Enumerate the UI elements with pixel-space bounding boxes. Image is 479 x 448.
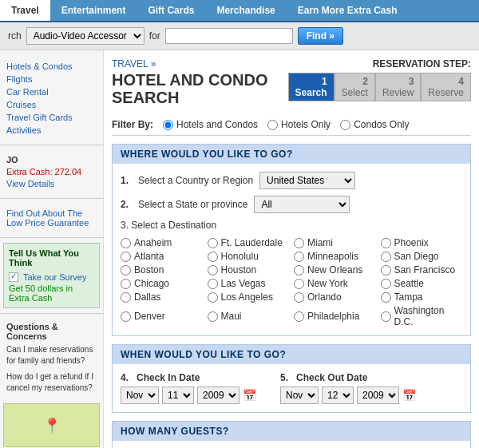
destination-radio[interactable] bbox=[121, 252, 131, 262]
checkout-calendar-icon[interactable]: 📅 bbox=[402, 389, 416, 402]
where-section: WHERE WOULD YOU LIKE TO GO? 1. Select a … bbox=[112, 144, 471, 336]
destination-name: Dallas bbox=[134, 291, 160, 303]
country-select[interactable]: United States bbox=[259, 172, 355, 189]
nav-travel[interactable]: Travel bbox=[0, 0, 50, 21]
survey-checkbox-icon bbox=[9, 272, 18, 282]
filter-bar: Filter By: Hotels and Condos Hotels Only… bbox=[112, 114, 471, 136]
destination-radio[interactable] bbox=[381, 238, 391, 248]
destination-name: San Diego bbox=[394, 251, 439, 262]
survey-link-row: Take our Survey bbox=[9, 271, 94, 283]
checkout-month-select[interactable]: Nov bbox=[280, 387, 319, 404]
nav-gift-cards[interactable]: Gift Cards bbox=[137, 0, 205, 21]
destination-radio[interactable] bbox=[208, 292, 218, 303]
step-1-label: Search bbox=[295, 87, 327, 98]
destination-name: New Orleans bbox=[307, 264, 362, 276]
guests-section: HOW MANY GUESTS? 6. Adults 2 Children bbox=[112, 421, 471, 448]
destination-radio[interactable] bbox=[208, 311, 218, 322]
destination-radio[interactable] bbox=[208, 265, 218, 276]
checkin-month-select[interactable]: Nov bbox=[121, 387, 159, 404]
destination-radio[interactable] bbox=[121, 238, 131, 248]
sidebar-item-activities[interactable]: Activities bbox=[6, 124, 97, 137]
destination-name: Honolulu bbox=[221, 251, 259, 262]
price-guarantee-link[interactable]: Find Out About The Low Price Guarantee bbox=[6, 207, 97, 229]
sidebar-item-cruises[interactable]: Cruises bbox=[6, 98, 97, 111]
nav-earn-more[interactable]: Earn More Extra Cash bbox=[287, 0, 409, 21]
main-layout: Hotels & Condos Flights Car Rental Cruis… bbox=[0, 50, 479, 448]
step-4-label: Reserve bbox=[428, 87, 464, 98]
state-label: Select a State or province bbox=[138, 199, 247, 210]
checkout-day-select[interactable]: 12 bbox=[322, 387, 354, 404]
destination-name: Ft. Lauderdale bbox=[221, 237, 283, 248]
sidebar-item-hotels[interactable]: Hotels & Condos bbox=[6, 60, 97, 73]
destination-radio[interactable] bbox=[381, 279, 391, 289]
nav-entertainment[interactable]: Entertainment bbox=[50, 0, 137, 21]
content-header: TRAVEL » HOTEL AND CONDO SEARCH RESERVAT… bbox=[112, 58, 471, 106]
destination-radio[interactable] bbox=[121, 292, 131, 303]
destination-name: Atlanta bbox=[134, 251, 164, 262]
take-survey-link[interactable]: Take our Survey bbox=[23, 271, 86, 283]
find-button[interactable]: Find » bbox=[298, 27, 343, 45]
destination-radio[interactable] bbox=[381, 252, 391, 262]
destination-name: Los Angeles bbox=[221, 291, 273, 303]
checkout-year-select[interactable]: 2009 bbox=[357, 387, 399, 404]
filter-radio-all[interactable] bbox=[163, 120, 173, 130]
destination-radio[interactable] bbox=[208, 279, 218, 289]
sidebar-member: JO Extra Cash: 272.04 View Details bbox=[0, 150, 103, 193]
for-label: for bbox=[149, 30, 160, 42]
destination-radio[interactable] bbox=[121, 311, 131, 322]
view-details-link[interactable]: View Details bbox=[6, 177, 97, 190]
breadcrumb: TRAVEL » bbox=[112, 58, 288, 69]
filter-hotels-label: Hotels Only bbox=[281, 119, 331, 130]
checkin-group: 4. Check In Date Nov 11 2009 bbox=[121, 372, 256, 404]
destination-radio[interactable] bbox=[294, 238, 304, 248]
search-bar: rch Audio-Video Accessor for Find » bbox=[0, 22, 479, 50]
sidebar-item-flights[interactable]: Flights bbox=[6, 73, 97, 85]
destination-radio[interactable] bbox=[381, 265, 391, 276]
filter-hotels-condos: Hotels and Condos bbox=[163, 119, 258, 130]
filter-hotels-only: Hotels Only bbox=[267, 119, 331, 130]
checkin-calendar-icon[interactable]: 📅 bbox=[243, 389, 256, 402]
destination-item: Orlando bbox=[294, 291, 376, 303]
destination-radio[interactable] bbox=[294, 279, 304, 289]
destination-radio[interactable] bbox=[121, 265, 131, 276]
country-label: Select a Country or Region bbox=[138, 175, 253, 186]
destination-radio[interactable] bbox=[121, 279, 131, 289]
when-section-body: 4. Check In Date Nov 11 2009 bbox=[113, 364, 470, 412]
step-3-num: 3 bbox=[409, 76, 414, 87]
search-input[interactable] bbox=[165, 28, 293, 44]
breadcrumb-arrow: » bbox=[151, 58, 156, 69]
destination-name: Chicago bbox=[134, 278, 169, 289]
filter-radio-condos[interactable] bbox=[340, 120, 350, 130]
destination-radio[interactable] bbox=[294, 265, 304, 276]
sidebar-item-car-rental[interactable]: Car Rental bbox=[6, 85, 97, 98]
destination-name: Seattle bbox=[394, 278, 424, 289]
breadcrumb-travel[interactable]: TRAVEL bbox=[112, 58, 148, 69]
destination-radio[interactable] bbox=[208, 238, 218, 248]
sidebar-item-travel-gift-cards[interactable]: Travel Gift Cards bbox=[6, 111, 97, 124]
destination-radio[interactable] bbox=[294, 252, 304, 262]
destination-item: Washington D.C. bbox=[381, 305, 463, 327]
destination-item: Las Vegas bbox=[208, 278, 290, 289]
checkin-year-select[interactable]: 2009 bbox=[197, 387, 240, 404]
search-bar-label: rch bbox=[8, 30, 22, 42]
sidebar-concerns: Questions & Concerns Can I make reservat… bbox=[0, 319, 103, 402]
where-section-header: WHERE WOULD YOU LIKE TO GO? bbox=[113, 145, 470, 164]
sidebar-map: 📍 bbox=[3, 403, 100, 447]
destination-radio[interactable] bbox=[208, 252, 218, 262]
checkin-day-select[interactable]: 11 bbox=[162, 387, 194, 404]
filter-radio-hotels[interactable] bbox=[267, 120, 278, 130]
state-select[interactable]: All bbox=[254, 196, 350, 213]
sidebar-price-guarantee: Find Out About The Low Price Guarantee bbox=[0, 204, 103, 232]
step-3: 3 Review bbox=[375, 73, 421, 101]
destination-radio[interactable] bbox=[294, 311, 304, 322]
destination-radio[interactable] bbox=[381, 292, 391, 303]
category-select[interactable]: Audio-Video Accessor bbox=[26, 27, 144, 45]
destination-name: Las Vegas bbox=[221, 278, 266, 289]
destination-item: Minneapolis bbox=[294, 251, 376, 262]
page-title: HOTEL AND CONDO SEARCH bbox=[112, 71, 288, 106]
filter-condos-only: Condos Only bbox=[340, 119, 409, 130]
nav-merchandise[interactable]: Merchandise bbox=[205, 0, 286, 21]
destination-radio[interactable] bbox=[294, 292, 304, 303]
destination-radio[interactable] bbox=[381, 311, 391, 322]
step-1-num: 1 bbox=[322, 76, 327, 87]
